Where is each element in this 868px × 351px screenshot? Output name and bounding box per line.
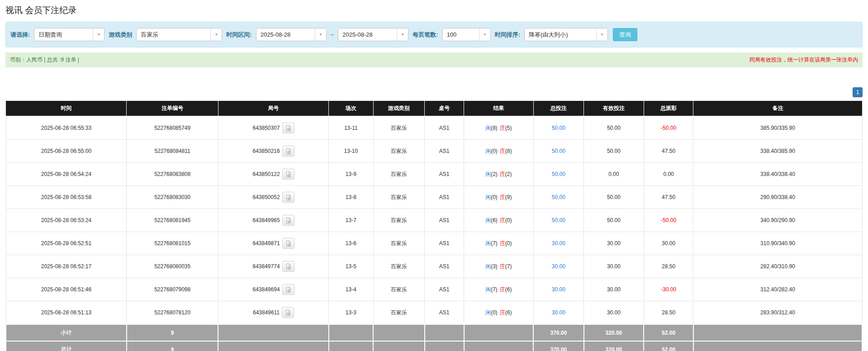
total-bet-link[interactable]: 30.00 (552, 240, 565, 247)
total-bet-link[interactable]: 50.00 (552, 125, 565, 131)
total-valid-bet: 320.00 (584, 341, 644, 351)
remark-cell: 340.90/290.90 (693, 209, 862, 232)
column-header-table: 桌号 (425, 101, 464, 116)
film-icon (285, 286, 292, 293)
result-player-count: (0) (491, 148, 498, 154)
result-banker: 庄 (500, 263, 505, 270)
table-body: 2025-08-28 06:55:33 522768085749 6438503… (6, 116, 862, 324)
bet-id-cell: 522768083030 (127, 186, 218, 209)
result-banker-count: (8) (505, 148, 512, 154)
subtotal-count: 9 (127, 324, 218, 341)
table-number-cell: AS1 (425, 255, 464, 278)
chevron-down-icon[interactable]: ▼ (397, 28, 408, 41)
table-row: 2025-08-28 06:51:46 522768079098 6438496… (6, 278, 862, 301)
video-replay-button[interactable] (282, 284, 294, 295)
table-number-cell: AS1 (425, 140, 464, 163)
game-cell: 百家乐 (373, 301, 425, 325)
session-cell: 13-8 (329, 186, 373, 209)
total-bet-cell: 30.00 (533, 278, 584, 301)
remark-cell: 338.40/385.90 (693, 140, 862, 163)
game-cell: 百家乐 (373, 232, 425, 255)
time-cell: 2025-08-28 06:51:46 (6, 278, 127, 301)
bet-id-cell: 522768080035 (127, 255, 218, 278)
chevron-down-icon[interactable]: ▼ (596, 28, 607, 41)
result-player: 闲 (485, 240, 491, 247)
time-cell: 2025-08-28 06:53:58 (6, 186, 127, 209)
round-cell: 643849965 (218, 209, 328, 232)
round-cell: 643850216 (218, 140, 328, 163)
result-player: 闲 (485, 217, 491, 224)
total-bet-link[interactable]: 30.00 (552, 263, 565, 270)
time-cell: 2025-08-28 06:51:13 (6, 301, 127, 325)
total-bet-cell: 50.00 (533, 116, 584, 140)
remark-cell: 283.90/312.40 (693, 301, 862, 325)
table-number-cell: AS1 (425, 209, 464, 232)
remark-cell: 385.90/335.90 (693, 116, 862, 140)
round-number: 643849774 (253, 263, 280, 270)
total-bet-link[interactable]: 30.00 (552, 286, 565, 293)
session-cell: 13-7 (329, 209, 373, 232)
game-category-select[interactable]: 百家乐 ▼ (136, 28, 222, 41)
result-banker: 庄 (500, 124, 505, 132)
page-size-value: 100 (443, 28, 479, 41)
query-button[interactable]: 查询 (613, 28, 637, 41)
payout-cell: 28.50 (644, 301, 693, 325)
film-icon (285, 263, 292, 270)
time-cell: 2025-08-28 06:54:24 (6, 163, 127, 186)
total-bet-link[interactable]: 50.00 (552, 194, 565, 200)
table-row: 2025-08-28 06:55:00 522768084811 6438502… (6, 140, 862, 163)
total-bet-link[interactable]: 50.00 (552, 217, 565, 223)
page-button-1[interactable]: 1 (853, 87, 863, 97)
total-bet-link[interactable]: 50.00 (552, 148, 565, 154)
column-header-valid-bet: 有效投注 (584, 101, 644, 116)
result-player: 闲 (485, 309, 491, 317)
valid-bet-cell: 30.00 (584, 232, 644, 255)
round-number: 643849965 (253, 217, 280, 223)
column-header-session: 场次 (329, 101, 373, 116)
chevron-down-icon[interactable]: ▼ (479, 28, 490, 41)
result-banker-count: (0) (505, 217, 512, 223)
total-bet-cell: 50.00 (533, 140, 584, 163)
game-cell: 百家乐 (373, 209, 425, 232)
video-replay-button[interactable] (282, 123, 294, 133)
table-row: 2025-08-28 06:51:13 522768078120 6438496… (6, 301, 862, 325)
result-cell: 闲(2)庄(2) (464, 163, 533, 186)
video-replay-button[interactable] (282, 192, 294, 203)
total-total-bet: 370.00 (533, 341, 584, 351)
time-sort-select[interactable]: 降幂(由大到小) ▼ (524, 28, 608, 41)
total-bet-link[interactable]: 50.00 (552, 171, 565, 177)
round-cell: 643850052 (218, 186, 328, 209)
chevron-down-icon[interactable]: ▼ (93, 28, 104, 41)
round-number: 643850122 (253, 171, 280, 177)
video-replay-button[interactable] (282, 261, 294, 272)
table-number-cell: AS1 (425, 278, 464, 301)
chevron-down-icon[interactable]: ▼ (210, 28, 222, 41)
result-cell: 闲(6)庄(0) (464, 209, 533, 232)
total-bet-link[interactable]: 30.00 (552, 309, 565, 316)
bet-id-cell: 522768078120 (127, 301, 218, 325)
valid-bet-cell: 30.00 (584, 278, 644, 301)
date-from-select[interactable]: 2025-08-28 ▼ (256, 28, 327, 41)
video-replay-button[interactable] (282, 169, 294, 180)
table-row: 2025-08-28 06:54:24 522768083808 6438501… (6, 163, 862, 186)
video-replay-button[interactable] (282, 307, 294, 318)
result-banker-count: (5) (505, 125, 512, 131)
payout-value: -50.00 (661, 217, 676, 223)
video-replay-button[interactable] (282, 238, 294, 249)
film-icon (285, 240, 292, 247)
result-banker-count: (2) (505, 171, 512, 177)
result-cell: 闲(0)庄(9) (464, 186, 533, 209)
page-size-select[interactable]: 100 ▼ (442, 28, 491, 41)
date-to-select[interactable]: 2025-08-28 ▼ (338, 28, 408, 41)
chevron-down-icon[interactable]: ▼ (315, 28, 326, 41)
video-replay-button[interactable] (282, 215, 294, 226)
valid-bet-cell: 0.00 (584, 163, 644, 186)
time-sort-value: 降幂(由大到小) (525, 28, 596, 41)
query-type-select[interactable]: 日期查询 ▼ (34, 28, 104, 41)
result-banker-count: (6) (505, 309, 512, 316)
result-player-count: (2) (491, 171, 498, 177)
game-category-value: 百家乐 (137, 28, 210, 41)
video-replay-button[interactable] (282, 146, 294, 157)
film-icon (285, 194, 292, 201)
round-number: 643849871 (253, 240, 280, 247)
